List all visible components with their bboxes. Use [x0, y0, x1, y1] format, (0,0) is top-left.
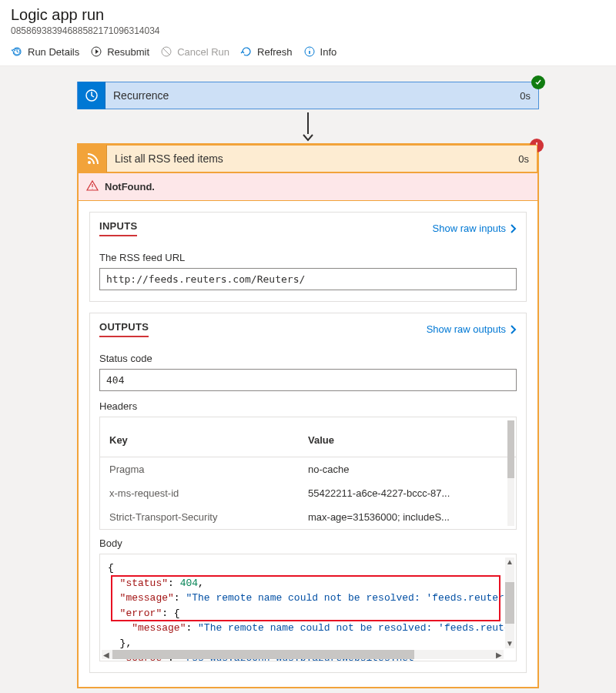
rss-icon [79, 145, 107, 172]
body-label: Body [99, 537, 517, 549]
inputs-section: INPUTS Show raw inputs The RSS feed URL [89, 212, 527, 302]
success-badge-icon [531, 75, 545, 89]
rss-url-label: The RSS feed URL [99, 252, 517, 263]
page-title: Logic app run [11, 6, 605, 24]
header-key: Pragma [109, 464, 308, 475]
show-raw-inputs-label: Show raw inputs [433, 223, 506, 234]
chevron-right-icon [509, 325, 517, 334]
body-vertical-scrollbar[interactable]: ▲▼ [505, 557, 514, 648]
table-row: Pragma no-cache [100, 457, 516, 481]
history-icon [11, 45, 23, 58]
headers-col-value: Value [308, 434, 507, 446]
json-brace: { [108, 562, 114, 574]
step-recurrence-title: Recurrence [105, 89, 512, 102]
step-recurrence[interactable]: Recurrence 0s [77, 82, 539, 109]
json-key: "message" [132, 622, 186, 634]
resubmit-icon [90, 45, 102, 58]
header-value: 55422211-a6ce-4227-bccc-87... [308, 487, 507, 499]
resubmit-label: Resubmit [107, 46, 149, 58]
inputs-title: INPUTS [99, 220, 137, 236]
refresh-button[interactable]: Refresh [240, 45, 293, 58]
info-label: Info [320, 46, 337, 58]
json-string: "The remote name could not be resolved: … [186, 592, 510, 604]
json-key: "error" [120, 608, 162, 619]
connector-arrow [303, 109, 313, 143]
error-message: NotFound. [105, 181, 155, 192]
svg-point-4 [91, 89, 92, 91]
clock-icon [78, 82, 105, 109]
cancel-run-label: Cancel Run [177, 46, 229, 58]
rss-url-input[interactable] [99, 268, 517, 290]
step-recurrence-time: 0s [512, 90, 538, 102]
info-button[interactable]: Info [303, 45, 337, 58]
headers-label: Headers [99, 400, 517, 412]
step-rss-header[interactable]: List all RSS feed items 0s [79, 145, 537, 172]
step-rss-card: ! List all RSS feed items 0s NotFound. [77, 143, 539, 688]
json-number: 404 [180, 578, 198, 589]
error-strip: NotFound. [79, 172, 537, 201]
run-details-button[interactable]: Run Details [11, 45, 79, 58]
show-raw-outputs-label: Show raw outputs [427, 323, 506, 335]
run-details-label: Run Details [28, 46, 79, 58]
cancel-icon [160, 45, 172, 58]
json-key: "status" [120, 578, 168, 589]
headers-col-key: Key [109, 434, 308, 446]
header-value: max-age=31536000; includeS... [308, 511, 507, 523]
body-horizontal-scrollbar[interactable]: ◀▶ [102, 650, 504, 659]
header-value: no-cache [308, 464, 507, 475]
headers-table: Key Value Pragma no-cache x-ms-request-i… [99, 417, 517, 530]
outputs-section: OUTPUTS Show raw outputs Status code Hea… [89, 313, 527, 673]
cancel-run-button: Cancel Run [160, 45, 229, 58]
show-raw-outputs-link[interactable]: Show raw outputs [427, 323, 517, 335]
json-key: "message" [120, 592, 174, 604]
step-rss-time: 0s [511, 153, 537, 165]
refresh-label: Refresh [257, 46, 293, 58]
warning-icon [86, 179, 99, 194]
step-rss-title: List all RSS feed items [107, 152, 511, 165]
headers-scrollbar[interactable] [507, 420, 514, 526]
outputs-title: OUTPUTS [99, 321, 149, 337]
chevron-right-icon [509, 224, 517, 233]
status-code-input[interactable] [99, 369, 517, 391]
toolbar: Run Details Resubmit Cancel Run Refresh … [0, 39, 616, 66]
table-row: x-ms-request-id 55422211-a6ce-4227-bccc-… [100, 481, 516, 505]
header-key: Strict-Transport-Security [109, 511, 308, 523]
status-code-label: Status code [99, 353, 517, 364]
resubmit-button[interactable]: Resubmit [90, 45, 149, 58]
header-key: x-ms-request-id [109, 487, 308, 499]
show-raw-inputs-link[interactable]: Show raw inputs [433, 223, 517, 234]
run-id: 08586938394688582171096314034 [11, 25, 605, 36]
json-brace: }, [120, 638, 132, 649]
body-viewer[interactable]: ▲▼ ◀▶ { "status": 404, "message": "The r… [99, 554, 517, 661]
svg-point-5 [88, 161, 91, 164]
info-icon [303, 45, 316, 58]
json-string: "The remote name could not be resolved: … [198, 622, 511, 634]
refresh-icon [240, 45, 253, 58]
table-row: Strict-Transport-Security max-age=315360… [100, 505, 516, 529]
